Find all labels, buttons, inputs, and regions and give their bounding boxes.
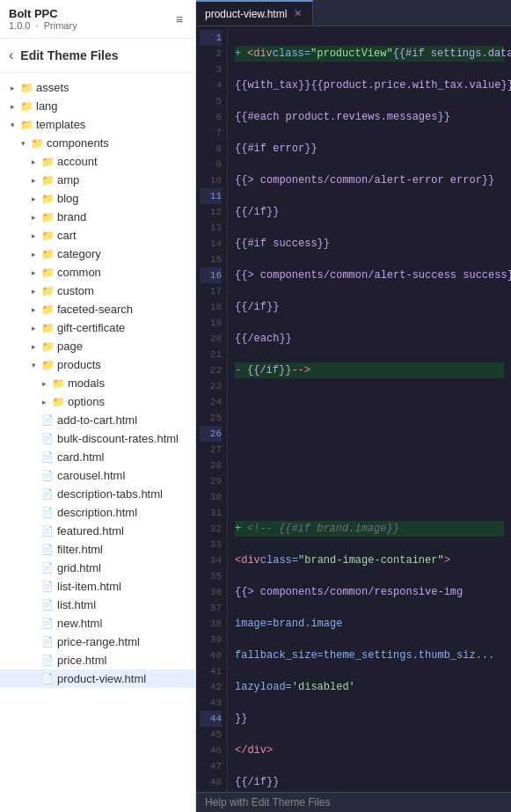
chevron-icon [28,194,39,204]
tree-item-label: options [68,395,195,408]
chevron-icon [28,249,39,260]
tree-item-modals[interactable]: 📁 modals [0,374,195,392]
chevron-icon [28,267,39,278]
code-editor[interactable]: 1 2345678910 11 12131415 16 171819202122… [196,26,511,792]
edit-theme-section: ‹ Edit Theme Files [0,39,195,73]
tree-item-label: lang [36,99,195,113]
folder-icon: 📁 [20,100,33,113]
tree-item-label: cart [57,229,195,242]
collapse-sidebar-button[interactable]: ≡ [172,11,186,28]
tree-item-label: add-to-cart.html [57,413,195,427]
chevron-icon [39,378,49,389]
file-icon: 📄 [41,673,54,685]
tree-item-carousel[interactable]: 📄 carousel.html [0,466,195,485]
tree-item-label: carousel.html [57,469,195,482]
tree-item-label: featured.html [57,524,195,538]
tree-item-custom[interactable]: 📁 custom [0,282,195,300]
tree-item-page[interactable]: 📁 page [0,337,195,355]
chevron-icon [28,360,39,370]
tree-item-options[interactable]: 📁 options [0,392,195,411]
chevron-icon [39,397,49,407]
tree-item-components[interactable]: 📁 components [0,134,195,152]
help-text: Help with Edit Theme Files [205,796,331,808]
folder-icon: 📁 [41,340,54,353]
tree-item-label: assets [36,81,195,94]
file-icon: 📄 [41,599,54,611]
tree-item-label: faceted-search [57,303,195,316]
tree-item-new[interactable]: 📄 new.html [0,614,195,633]
tree-item-label: list-item.html [57,580,195,593]
tree-item-price[interactable]: 📄 price.html [0,651,195,669]
file-icon: 📄 [41,414,54,427]
tree-item-price-range[interactable]: 📄 price-range.html [0,633,195,651]
folder-icon: 📁 [41,304,54,316]
tree-item-description[interactable]: 📄 description.html [0,503,195,522]
folder-icon: 📁 [41,193,54,205]
folder-icon: 📁 [41,211,54,223]
tree-item-label: page [57,340,195,353]
folder-icon: 📁 [20,82,33,94]
folder-icon: 📁 [41,267,54,279]
tree-item-assets[interactable]: 📁 assets [0,78,195,97]
file-icon: 📄 [41,433,54,445]
sidebar: Bolt PPC 1.0.0 · Primary ≡ ‹ Edit Theme … [0,0,196,812]
chevron-icon [28,230,39,241]
tree-item-products[interactable]: 📁 products [0,355,195,374]
file-icon: 📄 [41,544,54,556]
tree-item-list[interactable]: 📄 list.html [0,596,195,614]
tab-product-view[interactable]: product-view.html ✕ [196,0,313,26]
tree-item-list-item[interactable]: 📄 list-item.html [0,577,195,596]
tree-item-label: bulk-discount-rates.html [57,432,195,445]
tree-item-lang[interactable]: 📁 lang [0,97,195,115]
chevron-icon [28,157,39,167]
file-icon: 📄 [41,470,54,482]
chevron-icon [7,101,18,112]
folder-icon: 📁 [41,174,54,187]
tab-close-button[interactable]: ✕ [292,8,303,19]
tree-item-featured[interactable]: 📄 featured.html [0,522,195,540]
tree-item-blog[interactable]: 📁 blog [0,189,195,208]
folder-icon: 📁 [41,248,54,260]
file-icon: 📄 [41,525,54,538]
folder-icon: 📁 [31,137,43,150]
tree-item-add-to-cart[interactable]: 📄 add-to-cart.html [0,411,195,429]
back-arrow-icon[interactable]: ‹ [9,48,13,63]
folder-icon: 📁 [41,230,54,242]
tree-item-common[interactable]: 📁 common [0,263,195,282]
tree-item-filter[interactable]: 📄 filter.html [0,540,195,559]
tree-item-cart[interactable]: 📁 cart [0,226,195,245]
tree-item-label: description-tabs.html [57,487,195,501]
tree-item-label: grid.html [57,561,195,574]
folder-icon: 📁 [41,359,54,371]
chevron-icon [28,175,39,186]
help-bar[interactable]: Help with Edit Theme Files [196,792,511,812]
tree-item-templates[interactable]: 📁 templates [0,115,195,134]
tree-item-brand[interactable]: 📁 brand [0,208,195,226]
chevron-icon [28,212,39,223]
tree-item-product-view[interactable]: 📄 product-view.html [0,669,195,688]
tree-item-label: list.html [57,598,195,611]
folder-icon: 📁 [41,322,54,334]
tab-label: product-view.html [205,8,287,20]
tree-item-gift-certificate[interactable]: 📁 gift-certificate [0,318,195,337]
tree-item-category[interactable]: 📁 category [0,245,195,263]
tree-item-grid[interactable]: 📄 grid.html [0,559,195,577]
chevron-icon [7,83,18,93]
code-content[interactable]: +<div class="productView" {{#if settings… [228,26,511,792]
file-tree: 📁 assets 📁 lang 📁 templates 📁 components… [0,73,195,812]
tree-item-description-tabs[interactable]: 📄 description-tabs.html [0,485,195,503]
app-name: Bolt PPC [9,7,77,20]
tree-item-bulk-discount[interactable]: 📄 bulk-discount-rates.html [0,429,195,448]
tree-item-account[interactable]: 📁 account [0,152,195,171]
tree-item-card[interactable]: 📄 card.html [0,448,195,466]
tree-item-amp[interactable]: 📁 amp [0,171,195,189]
tree-item-label: category [57,247,195,260]
file-icon: 📄 [41,618,54,630]
chevron-icon [28,341,39,352]
chevron-icon [28,304,39,315]
tree-item-faceted-search[interactable]: 📁 faceted-search [0,300,195,318]
tree-item-label: blog [57,192,195,205]
tree-item-label: components [47,136,195,150]
tree-item-label: common [57,266,195,279]
file-icon: 📄 [41,451,54,464]
